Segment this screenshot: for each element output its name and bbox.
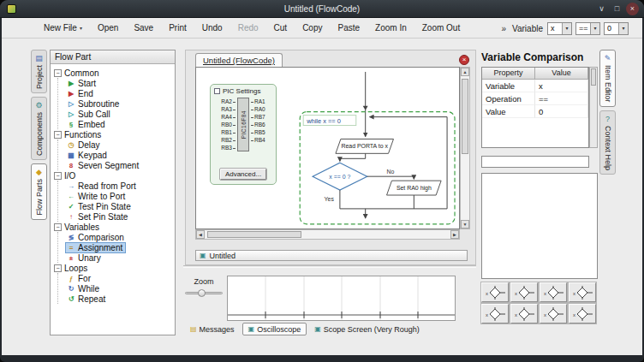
decision-template-8-button[interactable]: x bbox=[569, 304, 596, 323]
tree-item-repeat[interactable]: ↺Repeat bbox=[58, 294, 173, 304]
tree-item-keypad[interactable]: ▦Keypad bbox=[58, 150, 173, 160]
scroll-down-icon[interactable]: ▼ bbox=[461, 220, 469, 228]
decision-template-4-button[interactable]: x bbox=[569, 282, 596, 302]
item-editor-listbox[interactable] bbox=[481, 173, 598, 279]
minimized-document-bar[interactable]: ▣ Untitled bbox=[195, 250, 468, 261]
tree-item-end[interactable]: ▶End bbox=[58, 88, 173, 98]
scroll-right-icon[interactable]: ▶ bbox=[450, 230, 459, 239]
tab-project[interactable]: ▤Project bbox=[31, 50, 47, 93]
document-close-icon[interactable]: × bbox=[459, 55, 469, 65]
toolbar-button-save[interactable]: Save bbox=[126, 19, 161, 38]
chevron-down-icon[interactable]: ▾ bbox=[618, 23, 628, 34]
collapse-icon[interactable]: − bbox=[54, 131, 62, 139]
variable-combo-2[interactable]: ==▾ bbox=[575, 22, 600, 35]
pic-settings-box[interactable]: PIC Settings RA2RA3RA4RB0RB1RB2RB3 PIC16… bbox=[210, 84, 277, 185]
tree-item-start[interactable]: ▶Start bbox=[58, 78, 173, 88]
toolbar-button-redo[interactable]: Redo bbox=[230, 19, 266, 38]
property-value-cell[interactable]: == bbox=[535, 92, 588, 105]
chevron-down-icon[interactable]: ▾ bbox=[562, 23, 571, 34]
variable-combo-1[interactable]: x▾ bbox=[547, 22, 572, 35]
tree-group-header[interactable]: −Variables bbox=[52, 222, 173, 232]
document-tab[interactable]: Untitled (FlowCode) bbox=[195, 53, 283, 68]
tree-item-write-to-port[interactable]: ←Write to Port bbox=[58, 191, 173, 201]
tree-item-embed[interactable]: §Embed bbox=[58, 119, 173, 129]
vertical-scroll-thumb[interactable] bbox=[462, 79, 468, 154]
decision-template-7-button[interactable]: x bbox=[540, 304, 567, 323]
tab-scope-screen-very-rough[interactable]: ▣Scope Screen (Very Rough) bbox=[309, 323, 425, 335]
property-table-scrollbar[interactable] bbox=[589, 67, 598, 148]
tree-group-header[interactable]: −Common bbox=[52, 68, 173, 78]
tree-item-delay[interactable]: ◷Delay bbox=[58, 139, 173, 150]
tree-item-comparison[interactable]: ≶Comparison bbox=[58, 232, 173, 242]
read-porta-block[interactable]: Read PORTA to x bbox=[336, 139, 394, 153]
chevron-down-icon[interactable]: ▾ bbox=[590, 23, 599, 34]
toolbar-overflow-icon[interactable]: » bbox=[501, 24, 506, 33]
decision-template-3-button[interactable]: x bbox=[540, 282, 567, 302]
tab-flow-parts[interactable]: ◆Flow Parts bbox=[31, 163, 47, 220]
property-scroll-thumb[interactable] bbox=[591, 68, 596, 86]
tree-item-test-pin-state[interactable]: ✓Test Pin State bbox=[58, 201, 173, 211]
tree-item-assignment[interactable]: =Assignment bbox=[58, 242, 173, 252]
toolbar-button-new-file[interactable]: New File▾ bbox=[36, 19, 90, 38]
set-ra0-block[interactable]: Set RA0 high bbox=[387, 181, 442, 195]
decision-block[interactable]: x == 0 ? bbox=[313, 163, 367, 190]
variable-combo-3[interactable]: 0▾ bbox=[604, 22, 629, 35]
toolbar-button-paste[interactable]: Paste bbox=[330, 19, 367, 38]
horizontal-scroll-thumb[interactable] bbox=[207, 231, 301, 238]
decision-template-5-button[interactable]: x bbox=[481, 304, 509, 323]
toolbar-button-print[interactable]: Print bbox=[161, 19, 194, 38]
collapse-icon[interactable]: − bbox=[54, 264, 62, 272]
tree-item-set-pin-state[interactable]: ↑Set Pin State bbox=[58, 211, 173, 222]
property-value-cell[interactable]: x bbox=[535, 80, 588, 92]
property-value-cell[interactable]: 0 bbox=[535, 105, 588, 118]
collapse-icon[interactable]: − bbox=[54, 69, 62, 77]
tree-group-header[interactable]: −Loops bbox=[52, 263, 173, 273]
toolbar-button-zoom-out[interactable]: Zoom Out bbox=[414, 19, 468, 38]
property-row-operation[interactable]: Operation== bbox=[482, 92, 588, 105]
tab-messages[interactable]: ▤Messages bbox=[185, 323, 240, 335]
tab-context-help[interactable]: ?Context Help bbox=[599, 110, 616, 175]
pic-settings-checkbox[interactable] bbox=[214, 88, 220, 94]
toolbar-button-zoom-in[interactable]: Zoom In bbox=[367, 19, 414, 38]
scroll-left-icon[interactable]: ◀ bbox=[196, 230, 205, 239]
while-loop-label[interactable]: while x == 0 bbox=[303, 116, 356, 126]
zoom-slider[interactable] bbox=[185, 292, 223, 294]
maximize-button[interactable]: □ bbox=[611, 3, 623, 15]
tab-item-editor[interactable]: ✎Item Editor bbox=[599, 50, 616, 107]
tree-item-read-from-port[interactable]: →Read from Port bbox=[58, 181, 173, 191]
minimize-button[interactable]: ∨ bbox=[595, 3, 608, 15]
flow-part-panel-header[interactable]: Flow Part bbox=[51, 50, 175, 64]
toolbar-button-open[interactable]: Open bbox=[90, 19, 126, 38]
close-button[interactable]: × bbox=[626, 3, 639, 15]
vertical-scrollbar[interactable]: ▲ ▼ bbox=[460, 67, 470, 229]
toolbar-button-copy[interactable]: Copy bbox=[295, 19, 330, 38]
decision-template-1-button[interactable]: x bbox=[481, 282, 509, 302]
property-row-variable[interactable]: Variablex bbox=[482, 80, 588, 92]
collapse-icon[interactable]: − bbox=[54, 223, 62, 231]
flowchart-canvas[interactable]: while x == 0 Read PORTA to x x == 0 ? No bbox=[195, 67, 460, 229]
decision-template-6-button[interactable]: x bbox=[510, 304, 538, 323]
advanced-button[interactable]: Advanced... bbox=[220, 169, 266, 180]
toolbar-button-cut[interactable]: Cut bbox=[266, 19, 295, 38]
property-row-value[interactable]: Value0 bbox=[482, 105, 588, 118]
tab-oscilloscope[interactable]: ▣Oscilloscope bbox=[242, 323, 307, 335]
tree-group-header[interactable]: −Functions bbox=[52, 129, 173, 139]
tree-item-while[interactable]: ↻While bbox=[58, 283, 173, 294]
zoom-slider-thumb[interactable] bbox=[198, 289, 206, 297]
tree-item-subroutine[interactable]: ▷Subroutine bbox=[58, 98, 173, 109]
tree-item-unary[interactable]: ±Unary bbox=[58, 252, 173, 263]
horizontal-scrollbar[interactable]: ◀ ▶ bbox=[195, 229, 460, 240]
item-editor-input[interactable] bbox=[481, 156, 589, 168]
while-loop-box[interactable] bbox=[300, 112, 455, 224]
titlebar[interactable]: Untitled (FlowCode) ∨ □ × bbox=[0, 0, 644, 18]
tree-item-sub-call[interactable]: ▷Sub Call bbox=[58, 109, 173, 119]
decision-template-2-button[interactable]: x bbox=[510, 282, 538, 302]
tab-components[interactable]: ⚙Components bbox=[31, 97, 47, 160]
tree-item-seven-segment[interactable]: 8Seven Segment bbox=[58, 160, 173, 170]
toolbar-button-undo[interactable]: Undo bbox=[194, 19, 230, 38]
tree-item-for[interactable]: ƒFor bbox=[58, 273, 173, 283]
tree-group-header[interactable]: −I/O bbox=[52, 170, 173, 181]
scroll-up-icon[interactable]: ▲ bbox=[461, 68, 469, 76]
dock-splitter[interactable] bbox=[183, 265, 476, 268]
collapse-icon[interactable]: − bbox=[54, 172, 62, 180]
